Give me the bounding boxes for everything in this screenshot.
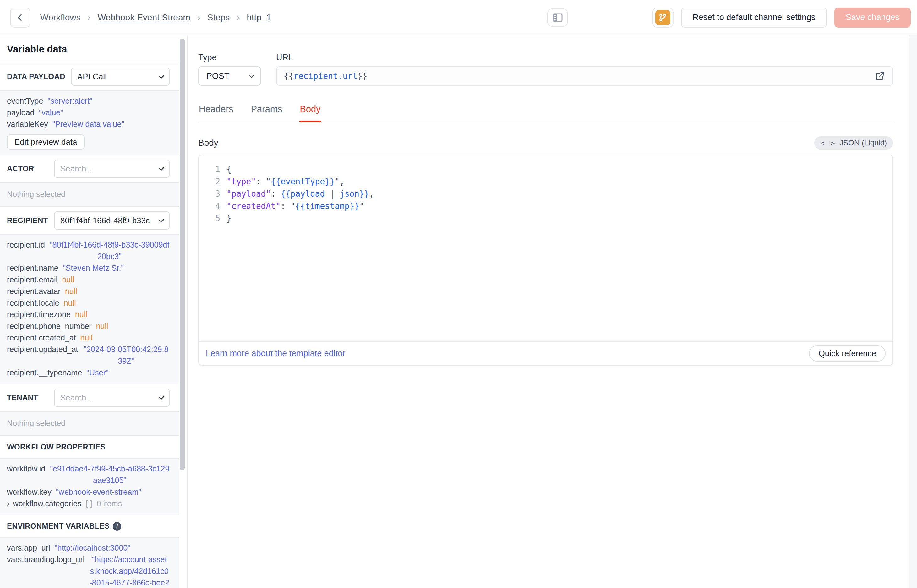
kv-row-recipient.avatar: recipient.avatarnull <box>7 286 170 297</box>
kv-row-recipient.phone_number: recipient.phone_numbernull <box>7 320 170 332</box>
breadcrumb-separator: › <box>88 12 91 23</box>
kv-key: recipient.phone_number <box>7 320 92 332</box>
environment-variables-header: ENVIRONMENT VARIABLES i <box>0 515 179 537</box>
actor-empty-text: Nothing selected <box>7 187 170 201</box>
code-editor[interactable]: 1{2"type": "{{eventType}}",3"payload": {… <box>199 155 893 341</box>
kv-row-recipient.email: recipient.emailnull <box>7 274 170 286</box>
workflow-properties-block: workflow.id"e91ddae4-7f99-45cb-a688-3c12… <box>0 459 179 515</box>
actor-empty-block: Nothing selected <box>0 183 179 206</box>
topbar-spacer <box>271 8 652 27</box>
kv-row-recipient.__typename: recipient.__typename"User" <box>7 367 170 378</box>
back-button[interactable] <box>10 8 30 27</box>
kv-key: recipient.__typename <box>7 367 82 378</box>
tab-body[interactable]: Body <box>299 104 321 122</box>
kv-row-recipient.created_at: recipient.created_atnull <box>7 332 170 344</box>
kv-row-workflow.id: workflow.id"e91ddae4-7f99-45cb-a688-3c12… <box>7 463 170 486</box>
workflow-properties-header: WORKFLOW PROPERTIES <box>0 436 179 458</box>
code-line[interactable]: 5} <box>199 212 893 225</box>
reset-channel-settings-button[interactable]: Reset to default channel settings <box>681 8 827 27</box>
tenant-empty-text: Nothing selected <box>7 416 170 430</box>
actor-search-select[interactable]: Search... <box>54 160 170 178</box>
external-link-icon[interactable] <box>874 70 886 82</box>
kv-key: workflow.id <box>7 463 45 475</box>
kv-row-recipient.id: recipient.id"80f1f4bf-166d-48f9-b33c-390… <box>7 239 170 262</box>
type-field-label: Type <box>198 53 261 63</box>
kv-row-workflow.categories[interactable]: ›workflow.categories[ ]0 items <box>7 498 170 509</box>
url-value: {{recipient.url}} <box>284 71 367 81</box>
kv-value: "webhook-event-stream" <box>56 486 141 498</box>
commit-changes-button[interactable] <box>652 8 673 27</box>
data-payload-label: DATA PAYLOAD <box>7 72 65 81</box>
breadcrumb-separator: › <box>197 12 200 23</box>
request-editor-main: Type POST URL {{recipient.url}} <box>188 36 909 588</box>
tab-headers[interactable]: Headers <box>198 104 234 122</box>
quick-reference-button[interactable]: Quick reference <box>809 345 886 362</box>
variable-data-panel-inner: Variable data DATA PAYLOAD API Call even… <box>0 36 179 588</box>
kv-row-recipient.updated_at: recipient.updated_at"2024-03-05T00:42:29… <box>7 344 170 367</box>
sidebar-toggle-button[interactable] <box>547 8 568 27</box>
tenant-search-placeholder: Search... <box>60 393 159 403</box>
info-icon[interactable]: i <box>113 522 121 530</box>
edit-preview-data-button[interactable]: Edit preview data <box>7 134 84 150</box>
kv-key: recipient.created_at <box>7 332 76 344</box>
kv-row-recipient.locale: recipient.localenull <box>7 297 170 309</box>
environment-variables-label: ENVIRONMENT VARIABLES <box>7 522 110 530</box>
tenant-label: TENANT <box>7 393 48 402</box>
url-input[interactable]: {{recipient.url}} <box>276 66 893 86</box>
kv-value: null <box>65 286 77 297</box>
kv-value: null <box>64 297 76 309</box>
kv-value: null <box>81 332 93 344</box>
tenant-empty-block: Nothing selected <box>0 412 179 435</box>
kv-key: recipient.timezone <box>7 309 71 320</box>
language-badge: < > JSON (Liquid) <box>814 136 893 150</box>
code-line[interactable]: 4"createdAt": "{{timestamp}}" <box>199 200 893 212</box>
chevron-down-icon <box>249 72 254 78</box>
tenant-search-select[interactable]: Search... <box>54 389 170 407</box>
recipient-select[interactable]: 80f1f4bf-166d-48f9-b33c <box>54 212 170 229</box>
environment-variables-block: vars.app_url"http://localhost:3000"vars.… <box>0 538 179 588</box>
tab-params[interactable]: Params <box>250 104 283 122</box>
sidebar-scrollbar[interactable] <box>180 39 185 470</box>
data-payload-select[interactable]: API Call <box>71 68 170 86</box>
content-row: Variable data DATA PAYLOAD API Call even… <box>0 36 917 588</box>
data-payload-selected-value: API Call <box>77 72 159 82</box>
kv-key: recipient.locale <box>7 297 60 309</box>
breadcrumb-workflows[interactable]: Workflows <box>40 13 81 23</box>
kv-row-recipient.name: recipient.name"Steven Metz Sr." <box>7 262 170 274</box>
breadcrumb-steps[interactable]: Steps <box>207 13 230 23</box>
method-selected-value: POST <box>207 71 230 81</box>
kv-value: "http://localhost:3000" <box>55 542 131 554</box>
chevron-down-icon <box>158 165 164 171</box>
kv-row-eventType: eventType"server:alert" <box>7 95 170 107</box>
breadcrumb-workflow-name[interactable]: Webhook Event Stream <box>98 13 191 23</box>
kv-row-recipient.timezone: recipient.timezonenull <box>7 309 170 320</box>
save-changes-button[interactable]: Save changes <box>835 8 911 27</box>
kv-row-vars.branding.logo_url: vars.branding.logo_url"https://account-a… <box>7 554 170 588</box>
code-line-content: { <box>226 163 231 176</box>
expand-caret-icon[interactable]: › <box>7 498 10 509</box>
request-tabs: Headers Params Body <box>198 104 893 123</box>
kv-key: recipient.id <box>7 239 45 250</box>
kv-key: payload <box>7 107 35 118</box>
data-payload-row: DATA PAYLOAD API Call <box>0 63 179 90</box>
code-line[interactable]: 3"payload": {{payload | json}}, <box>199 188 893 200</box>
kv-key: workflow.key <box>7 486 52 498</box>
chevron-down-icon <box>158 73 164 79</box>
kv-value: "User" <box>86 367 109 378</box>
code-line[interactable]: 1{ <box>199 163 893 176</box>
template-editor-docs-link[interactable]: Learn more about the template editor <box>206 349 345 359</box>
code-line-content: } <box>226 212 231 225</box>
method-select[interactable]: POST <box>198 66 261 86</box>
kv-key: workflow.categories <box>13 498 81 509</box>
code-line[interactable]: 2"type": "{{eventType}}", <box>199 176 893 188</box>
type-field-col: Type POST <box>198 53 261 86</box>
topbar-actions: Reset to default channel settings Save c… <box>652 8 911 27</box>
kv-value: "https://account-assets.knock.app/42d161… <box>89 554 170 588</box>
kv-key: recipient.email <box>7 274 58 286</box>
kv-value: "e91ddae4-7f99-45cb-a688-3c129aae3105" <box>50 463 170 486</box>
actor-row: ACTOR Search... <box>0 155 179 182</box>
kv-row-workflow.key: workflow.key"webhook-event-stream" <box>7 486 170 498</box>
code-brackets-icon: < > <box>820 139 836 147</box>
kv-key: recipient.avatar <box>7 286 61 297</box>
template-editor-card: 1{2"type": "{{eventType}}",3"payload": {… <box>198 155 893 366</box>
